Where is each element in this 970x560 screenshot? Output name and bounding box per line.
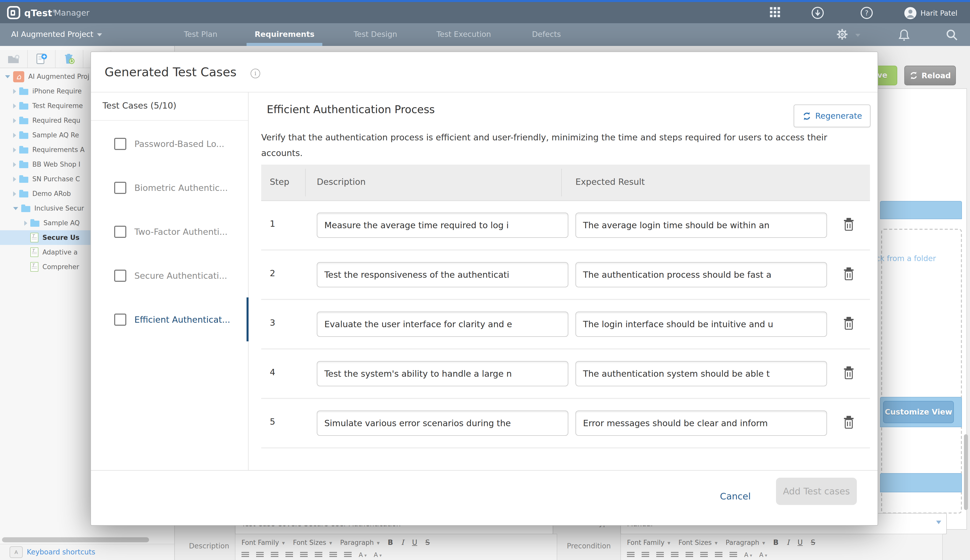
align-center-icon[interactable]: [315, 552, 322, 558]
test-case-list-item[interactable]: Biometric Authentic...: [91, 166, 248, 210]
indent-icon[interactable]: [285, 552, 293, 558]
align-right-icon[interactable]: [329, 552, 337, 558]
test-case-checkbox[interactable]: [114, 225, 126, 238]
test-case-list-item[interactable]: Secure Authenticati...: [91, 253, 248, 297]
bold-button[interactable]: B: [388, 538, 393, 547]
strikethrough-button[interactable]: S: [426, 538, 430, 547]
nav-tab[interactable]: Test Execution: [436, 23, 491, 46]
tree-caret-icon[interactable]: [13, 207, 18, 210]
file-drop-zone[interactable]: [881, 229, 962, 513]
expected-result-input[interactable]: The login interface should be intuitive …: [576, 312, 827, 337]
regenerate-button[interactable]: Regenerate: [794, 105, 870, 127]
horizontal-scrollbar[interactable]: [2, 537, 149, 542]
tree-item-label: iPhone Require: [32, 87, 82, 95]
info-icon[interactable]: i: [250, 69, 260, 78]
avatar[interactable]: [904, 7, 917, 20]
justify-icon[interactable]: [344, 552, 352, 558]
nav-tab[interactable]: Test Design: [354, 23, 397, 46]
font-sizes-dropdown[interactable]: Font Sizes: [678, 538, 718, 546]
bullet-list-icon[interactable]: [627, 552, 634, 558]
keyboard-shortcuts-link[interactable]: Keyboard shortcuts: [27, 548, 95, 556]
tree-node-icon: [19, 177, 28, 183]
trash-icon[interactable]: [843, 218, 856, 233]
test-case-checkbox[interactable]: [114, 138, 126, 150]
align-left-icon[interactable]: [686, 552, 693, 558]
settings-gear-icon[interactable]: [836, 28, 848, 40]
expected-result-input[interactable]: The average login time should be within …: [576, 213, 827, 238]
outdent-icon[interactable]: [656, 552, 664, 558]
project-selector[interactable]: AI Augmented Project: [11, 30, 102, 39]
tree-caret-icon[interactable]: [13, 88, 16, 94]
trash-icon[interactable]: [843, 317, 856, 332]
indent-icon[interactable]: [671, 552, 678, 558]
align-left-icon[interactable]: [300, 552, 308, 558]
tree-caret-icon[interactable]: [13, 191, 16, 196]
tree-caret-icon[interactable]: [13, 147, 16, 152]
highlight-color-icon[interactable]: A: [374, 552, 382, 558]
expected-result-input[interactable]: The authentication system should be able…: [576, 361, 827, 386]
tree-caret-icon[interactable]: [13, 118, 16, 123]
step-description-input[interactable]: Test the responsiveness of the authentic…: [317, 262, 568, 287]
customize-view-button[interactable]: Customize View: [883, 401, 954, 423]
paragraph-dropdown[interactable]: Paragraph: [726, 538, 765, 546]
apps-grid-icon[interactable]: [770, 7, 783, 20]
bold-button[interactable]: B: [773, 538, 778, 547]
underline-button[interactable]: U: [798, 538, 803, 547]
expected-result-input[interactable]: The authentication process should be fas…: [576, 262, 827, 287]
notifications-bell-icon[interactable]: [898, 29, 910, 42]
nav-tab[interactable]: Defects: [532, 23, 561, 46]
text-color-icon[interactable]: A: [744, 552, 752, 558]
cancel-button[interactable]: Cancel: [720, 491, 751, 502]
paragraph-dropdown[interactable]: Paragraph: [340, 538, 380, 546]
new-folder-button[interactable]: [0, 50, 28, 68]
test-case-checkbox[interactable]: [114, 313, 126, 325]
align-center-icon[interactable]: [700, 552, 708, 558]
step-description-input[interactable]: Evaluate the user interface for clarity …: [317, 312, 568, 337]
outdent-icon[interactable]: [271, 552, 278, 558]
font-sizes-dropdown[interactable]: Font Sizes: [293, 538, 332, 546]
trash-icon[interactable]: [843, 267, 856, 282]
italic-button[interactable]: I: [401, 538, 404, 547]
download-icon[interactable]: [811, 7, 825, 20]
trash-icon[interactable]: [843, 416, 856, 431]
italic-button[interactable]: I: [786, 538, 790, 547]
add-test-cases-button[interactable]: Add Test cases: [776, 478, 857, 505]
trash-icon[interactable]: [843, 366, 856, 381]
search-icon[interactable]: [946, 29, 958, 41]
tree-caret-icon[interactable]: [24, 220, 27, 225]
underline-button[interactable]: U: [412, 538, 417, 547]
numbered-list-icon[interactable]: [256, 552, 264, 558]
tree-caret-icon[interactable]: [13, 162, 16, 167]
test-case-list-item[interactable]: Efficient Authenticat...: [91, 297, 248, 342]
strikethrough-button[interactable]: S: [811, 538, 815, 547]
nav-tab[interactable]: Test Plan: [184, 23, 217, 46]
tree-caret-icon[interactable]: [13, 177, 16, 182]
align-right-icon[interactable]: [715, 552, 723, 558]
help-icon[interactable]: ?: [860, 7, 873, 20]
reload-button[interactable]: Reload: [904, 66, 956, 85]
justify-icon[interactable]: [730, 552, 737, 558]
tree-caret-icon[interactable]: [5, 75, 10, 78]
numbered-list-icon[interactable]: [642, 552, 649, 558]
vertical-scrollbar[interactable]: [964, 434, 968, 510]
expected-result-input[interactable]: Error messages should be clear and infor…: [576, 410, 827, 436]
step-description-input[interactable]: Simulate various error scenarios during …: [317, 410, 568, 436]
test-case-checkbox[interactable]: [114, 182, 126, 193]
settings-caret-icon[interactable]: [855, 34, 860, 37]
highlight-color-icon[interactable]: A: [759, 552, 767, 558]
bullet-list-icon[interactable]: [242, 552, 249, 558]
delete-button[interactable]: [55, 50, 83, 68]
user-name[interactable]: Harit Patel: [920, 9, 957, 17]
step-description-input[interactable]: Test the system's ability to handle a la…: [317, 361, 568, 386]
test-case-list-item[interactable]: Two-Factor Authenti...: [91, 210, 248, 253]
font-family-dropdown[interactable]: Font Family: [242, 538, 285, 546]
nav-tab[interactable]: Requirements: [255, 23, 314, 46]
text-color-icon[interactable]: A: [359, 552, 367, 558]
font-family-dropdown[interactable]: Font Family: [627, 538, 670, 546]
test-case-checkbox[interactable]: [114, 269, 126, 282]
step-description-input[interactable]: Measure the average time required to log…: [317, 213, 568, 238]
new-requirement-button[interactable]: [28, 50, 55, 68]
test-case-list-item[interactable]: Password-Based Lo...: [91, 122, 248, 166]
tree-caret-icon[interactable]: [13, 133, 16, 138]
tree-caret-icon[interactable]: [13, 103, 16, 108]
